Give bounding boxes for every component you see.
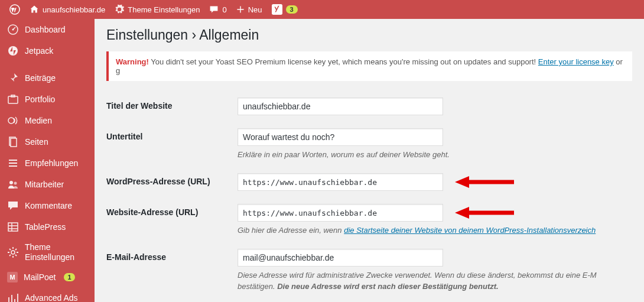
wordpress-icon [9,4,20,15]
wp-url-input[interactable] [238,173,443,191]
yoast-icon [272,4,282,15]
svg-rect-9 [11,138,17,147]
yoast-link[interactable]: 3 [267,0,303,19]
sidebar-item-label: Medien [25,116,52,125]
arrow-annotation-icon [455,206,514,219]
page-title: Einstellungen › Allgemein [106,27,632,43]
mailpoet-icon: M [7,272,18,282]
table-icon [7,221,19,233]
yoast-badge: 3 [286,5,298,14]
sidebar-item-tablepress[interactable]: TablePress [0,216,95,238]
warning-notice: Warning! You didn't set your Yoast SEO P… [106,51,632,81]
sidebar-item-label: Advanced Ads [25,293,78,302]
field-row-email: E-Mail-Adresse Diese Adresse wird für ad… [106,249,632,291]
new-label: Neu [248,5,262,14]
list-icon [7,157,19,169]
theme-settings-label: Theme Einstellungen [128,5,200,14]
tagline-description: Erkläre in ein paar Worten, worum es auf… [238,150,632,160]
sidebar-item-label: Beiträge [25,73,56,83]
portfolio-icon [7,93,19,105]
sidebar-item-jetpack[interactable]: Jetpack [0,40,95,61]
sidebar-item-label: Mitarbeiter [25,180,64,189]
pin-icon [7,72,19,84]
wp-url-label: WordPress-Adresse (URL) [106,173,238,186]
wp-logo-menu[interactable] [5,0,25,19]
theme-settings-link[interactable]: Theme Einstellungen [110,0,204,19]
admin-sidebar: Dashboard Jetpack Beiträge Portfolio Med… [0,19,95,302]
chart-icon [7,292,19,302]
sidebar-item-advanced-ads[interactable]: Advanced Ads [0,287,95,302]
tagline-label: Untertitel [106,128,238,141]
content-area: Einstellungen › Allgemein Warning! You d… [95,19,644,302]
sidebar-item-dashboard[interactable]: Dashboard [0,19,95,40]
warning-bold: Warning! [116,57,149,66]
sidebar-item-label: MailPoet [24,272,56,282]
admin-topbar: unaufschiebbar.de Theme Einstellungen 0 … [0,0,644,19]
svg-point-7 [8,118,14,124]
sidebar-item-theme-settings[interactable]: Theme Einstellungen [0,238,95,267]
svg-rect-5 [8,96,18,103]
sidebar-item-label: Dashboard [25,25,66,34]
svg-point-10 [9,181,13,184]
sidebar-item-media[interactable]: Medien [0,110,95,131]
sidebar-item-portfolio[interactable]: Portfolio [0,89,95,110]
field-row-site-url: Website-Adresse (URL) Gib hier die Adres… [106,204,632,236]
license-key-link[interactable]: Enter your license key [538,57,614,66]
svg-point-4 [8,46,18,56]
sidebar-item-pages[interactable]: Seiten [0,131,95,152]
site-name-link[interactable]: unaufschiebbar.de [25,0,110,19]
sidebar-item-mailpoet[interactable]: M MailPoet 1 [0,267,95,287]
comments-link[interactable]: 0 [204,0,231,19]
site-url-label: Website-Adresse (URL) [106,204,238,217]
email-description: Diese Adresse wird für administrative Zw… [238,270,632,291]
tagline-input[interactable] [238,128,443,146]
comment-icon [209,5,219,14]
comments-count: 0 [222,5,226,14]
mailpoet-badge: 1 [64,273,74,281]
email-label: E-Mail-Adresse [106,249,238,262]
gear-icon [115,5,124,14]
sidebar-item-recommendations[interactable]: Empfehlungen [0,152,95,174]
site-title-label: Titel der Website [106,98,238,111]
site-name-text: unaufschiebbar.de [43,5,105,14]
sidebar-item-comments[interactable]: Kommentare [0,195,95,216]
sidebar-item-users[interactable]: Mitarbeiter [0,174,95,195]
site-url-input[interactable] [238,204,443,222]
field-row-site-title: Titel der Website [106,98,632,115]
gear-icon [7,246,19,258]
sidebar-item-label: Seiten [25,137,48,147]
plus-icon [236,5,245,14]
users-icon [7,178,19,190]
dashboard-icon [7,24,19,35]
site-title-input[interactable] [238,98,443,115]
sidebar-item-label: Jetpack [25,46,53,56]
field-row-tagline: Untertitel Erkläre in ein paar Worten, w… [106,128,632,160]
sidebar-item-label: Portfolio [25,95,55,104]
svg-point-3 [12,29,14,31]
site-url-description: Gib hier die Adresse ein, wenn die Start… [238,225,632,236]
warning-text: You didn't set your Yoast SEO Premium li… [149,57,538,66]
home-icon [30,5,39,14]
sidebar-item-posts[interactable]: Beiträge [0,67,95,89]
email-input[interactable] [238,249,443,267]
sidebar-item-label: Theme Einstellungen [25,242,87,262]
sidebar-item-label: Empfehlungen [25,158,78,168]
sidebar-item-label: Kommentare [25,201,72,210]
field-row-wp-url: WordPress-Adresse (URL) [106,173,632,191]
svg-point-11 [14,182,17,185]
new-content-link[interactable]: Neu [232,0,267,19]
svg-rect-12 [8,223,18,231]
site-url-help-link[interactable]: die Startseite deiner Website von deinem… [344,226,596,235]
sidebar-item-label: TablePress [25,222,66,232]
media-icon [7,115,19,126]
jetpack-icon [7,45,19,57]
arrow-annotation-icon [455,176,514,189]
page-icon [7,136,19,148]
comments-icon [7,200,19,212]
